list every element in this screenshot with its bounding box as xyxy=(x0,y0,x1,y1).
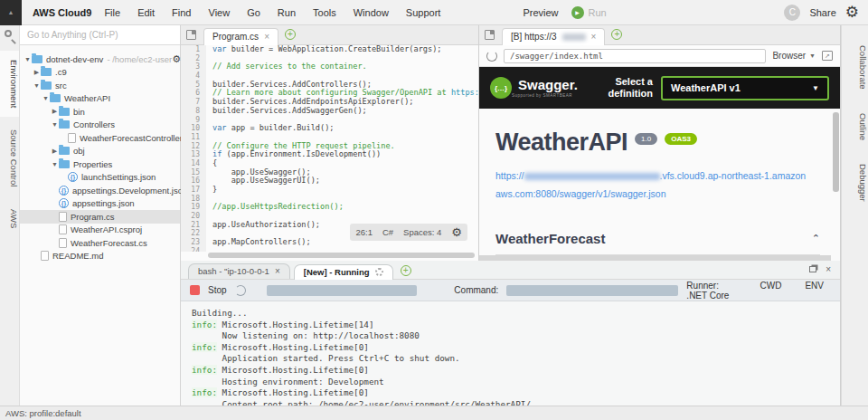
code-editor[interactable]: 1var builder = WebApplication.CreateBuil… xyxy=(181,45,478,252)
chevron-closed-icon[interactable]: ▶ xyxy=(51,108,59,115)
ide-corner-toggle[interactable]: ▲ xyxy=(0,0,22,25)
definition-select[interactable]: WeatherAPI v1 ▼ xyxy=(661,76,829,100)
syntax-mode[interactable]: C# xyxy=(382,227,393,237)
avatar[interactable]: C xyxy=(784,5,800,21)
chevron-open-icon[interactable]: ▼ xyxy=(51,161,59,167)
rail-tab-source-control[interactable]: Source Control xyxy=(0,120,19,196)
close-icon[interactable]: × xyxy=(264,32,269,42)
log-text: Microsoft.Hosting.Lifetime[0] xyxy=(217,387,369,397)
new-tab-button[interactable]: + xyxy=(285,29,296,40)
tree-row-weatherforecastcontroller-cs[interactable]: WeatherForecastController.cs xyxy=(20,131,180,145)
restore-pane-icon[interactable] xyxy=(809,266,816,272)
new-terminal-button[interactable]: + xyxy=(401,265,411,276)
tree-row-dotnet-dev-env[interactable]: ▼dotnet-dev-env- /home/ec2-user⚙▼ xyxy=(20,52,180,66)
env-button[interactable]: ENV xyxy=(805,281,824,301)
browser-dropdown[interactable]: Browser ▼ xyxy=(772,51,816,61)
tree-row--c9[interactable]: ▶.c9 xyxy=(20,66,180,80)
menu-run[interactable]: Run xyxy=(278,7,296,18)
menu-edit[interactable]: Edit xyxy=(137,7,155,18)
url-field[interactable]: /swagger/index.html xyxy=(504,49,766,63)
terminal-output[interactable]: Building...info: Microsoft.Hosting.Lifet… xyxy=(181,301,840,420)
line-number: 18 xyxy=(181,195,206,204)
search-icon[interactable] xyxy=(0,25,20,47)
rail-tab-aws[interactable]: AWS xyxy=(0,200,19,237)
run-button[interactable]: ▶ Run xyxy=(571,6,607,19)
reload-icon[interactable] xyxy=(486,51,497,62)
chevron-open-icon[interactable]: ▼ xyxy=(24,56,32,62)
new-tab-button[interactable]: + xyxy=(611,29,622,40)
terminal-line: Building... xyxy=(192,308,829,320)
pane-layout-icon[interactable] xyxy=(186,30,196,40)
cursor-position[interactable]: 26:1 xyxy=(355,227,373,237)
tree-row-src[interactable]: ▼src xyxy=(20,79,180,92)
tree-row-program-cs[interactable]: Program.cs xyxy=(20,210,180,224)
line-number: 12 xyxy=(181,142,206,151)
log-text: Building... xyxy=(192,308,248,318)
menu-window[interactable]: Window xyxy=(354,7,389,18)
menu-find[interactable]: Find xyxy=(172,7,191,18)
chevron-down-icon: ▼ xyxy=(812,84,819,92)
chevron-open-icon[interactable]: ▼ xyxy=(33,82,41,89)
settings-gear-icon[interactable]: ⚙ xyxy=(845,5,859,20)
editor-settings-gear-icon[interactable]: ⚙ xyxy=(451,225,462,239)
tree-row-bin[interactable]: ▶bin xyxy=(20,105,180,119)
stop-button[interactable]: Stop xyxy=(208,285,227,295)
code-token: var xyxy=(212,123,227,132)
aws-profile-status[interactable]: AWS: profile:default xyxy=(5,408,81,418)
chevron-up-icon[interactable]: ⌃ xyxy=(812,233,820,244)
line-number: 17 xyxy=(181,186,206,195)
close-icon[interactable]: × xyxy=(591,32,597,42)
chevron-open-icon[interactable]: ▼ xyxy=(51,121,59,128)
cwd-button[interactable]: CWD xyxy=(760,281,782,301)
tree-row-weatherforecast-cs[interactable]: WeatherForecast.cs xyxy=(20,236,180,250)
menu-preview[interactable]: Preview xyxy=(523,7,558,18)
menu-file[interactable]: File xyxy=(104,7,120,18)
share-button[interactable]: Share xyxy=(809,7,835,18)
menu-tools[interactable]: Tools xyxy=(313,7,336,18)
tree-row-readme-md[interactable]: README.md xyxy=(20,250,180,263)
cloud9-ide: ▲ AWS Cloud9 FileEditFindViewGoRunToolsW… xyxy=(0,0,868,420)
tree-row-appsettings-json[interactable]: {}appsettings.json xyxy=(20,197,180,211)
rail-tab-environment[interactable]: Environment xyxy=(0,51,19,117)
terminal-line: info: Microsoft.Hosting.Lifetime[0] xyxy=(192,365,829,377)
log-level-info: info: xyxy=(192,387,217,397)
app-title[interactable]: AWS Cloud9 xyxy=(33,7,91,18)
restart-icon[interactable] xyxy=(235,285,246,296)
pane-layout-icon[interactable] xyxy=(485,30,495,40)
close-icon[interactable]: × xyxy=(275,266,280,276)
close-pane-icon[interactable]: × xyxy=(826,264,831,274)
tab-browser-preview[interactable]: [B] https://3 × xyxy=(502,28,605,45)
chevron-open-icon[interactable]: ▼ xyxy=(42,95,50,101)
tree-row-controllers[interactable]: ▼Controllers xyxy=(20,119,180,132)
tree-row-obj[interactable]: ▶obj xyxy=(20,145,180,158)
stop-icon[interactable] xyxy=(190,285,200,295)
tree-label: WeatherAPI.csproj xyxy=(71,224,142,234)
tree-row-appsettings-development-json[interactable]: {}appsettings.Development.json xyxy=(20,184,180,197)
rail-tab-outline[interactable]: Outline xyxy=(842,104,868,149)
tab-size[interactable]: Spaces: 4 xyxy=(403,227,441,237)
terminal-tab--new-running[interactable]: [New] - Running xyxy=(294,264,393,280)
popout-icon[interactable]: ↗ xyxy=(822,51,833,61)
command-input[interactable] xyxy=(506,285,678,296)
editor-horizontal-scrollbar[interactable] xyxy=(208,253,475,258)
runner-selector[interactable]: Runner: .NET Core xyxy=(686,281,736,301)
tree-row-weatherapi[interactable]: ▼WeatherAPI xyxy=(20,92,180,106)
menu-view[interactable]: View xyxy=(209,7,231,18)
menu-support[interactable]: Support xyxy=(406,7,441,18)
rail-tab-collaborate[interactable]: Collaborate xyxy=(842,36,868,99)
tree-row-properties[interactable]: ▼Properties xyxy=(20,158,180,171)
spec-url-link[interactable]: https://.vfs.cloud9.ap-northeast-1.amazo… xyxy=(495,167,807,204)
goto-anything-input[interactable] xyxy=(20,30,180,40)
chevron-closed-icon[interactable]: ▶ xyxy=(33,69,41,76)
weatherforecast-section-header[interactable]: WeatherForecast ⌃ xyxy=(495,231,820,255)
tab-program-cs[interactable]: Program.cs × xyxy=(203,28,278,45)
preview-vertical-scrollbar[interactable] xyxy=(833,112,839,192)
tree-row-weatherapi-csproj[interactable]: WeatherAPI.csproj xyxy=(20,224,180,237)
terminal-tab-bash-ip-10-0-0-1[interactable]: bash - "ip-10-0-0-1× xyxy=(188,263,290,279)
triangle-up-icon: ▲ xyxy=(8,9,14,15)
rail-tab-debugger[interactable]: Debugger xyxy=(842,155,868,211)
menu-go[interactable]: Go xyxy=(247,7,260,18)
tree-row-launchsettings-json[interactable]: {}launchSettings.json xyxy=(20,171,180,185)
log-text: Microsoft.Hosting.Lifetime[14] xyxy=(217,320,374,329)
chevron-closed-icon[interactable]: ▶ xyxy=(51,148,59,155)
